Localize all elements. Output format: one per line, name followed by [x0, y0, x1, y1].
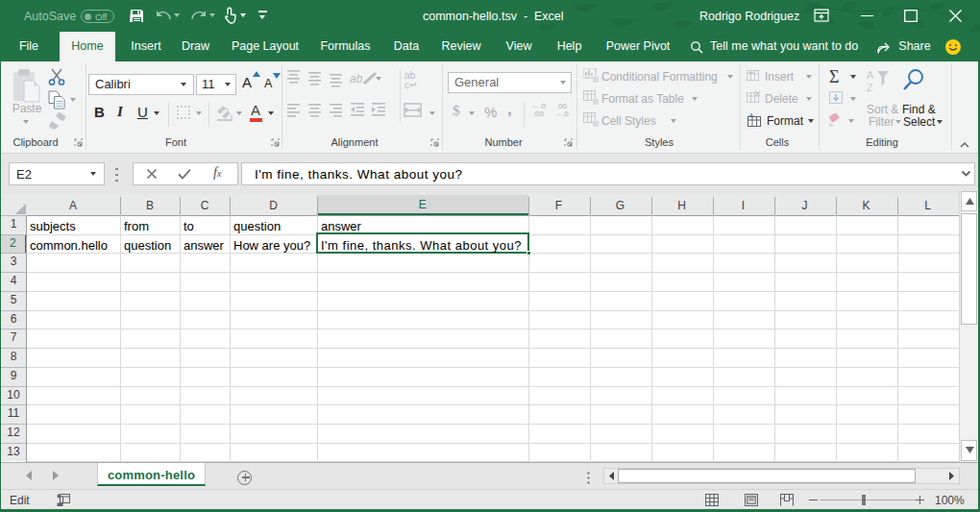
svg-text:A: A: [867, 69, 874, 81]
svg-text:Z: Z: [867, 82, 873, 92]
svg-text:c↵: c↵: [404, 80, 417, 90]
svg-text:ab: ab: [350, 72, 363, 85]
